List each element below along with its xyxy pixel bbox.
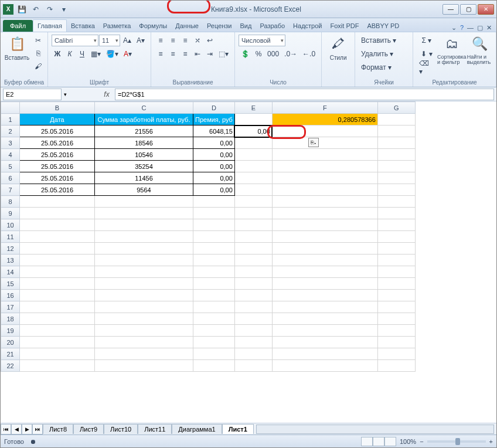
font-color-button[interactable]: A▾	[121, 48, 134, 60]
cell-E12[interactable]	[234, 243, 272, 254]
underline-button[interactable]: Ч	[76, 48, 88, 60]
cell-G17[interactable]	[377, 301, 415, 313]
cell-D13[interactable]	[193, 254, 235, 266]
minimize-ribbon-icon[interactable]: ⌄	[451, 24, 457, 32]
cell-C20[interactable]	[95, 337, 193, 348]
cell-B4[interactable]: 25.05.2016	[20, 149, 95, 161]
cell-B14[interactable]	[20, 266, 95, 278]
col-header-F[interactable]: F	[272, 102, 377, 114]
tab-review[interactable]: Рецензи	[203, 20, 236, 32]
row-header-6[interactable]: 6	[1, 172, 20, 184]
row-header-15[interactable]: 15	[1, 278, 20, 290]
cell-D6[interactable]: 0,00	[193, 172, 235, 184]
row-header-22[interactable]: 22	[1, 360, 20, 372]
cell-D19[interactable]	[193, 325, 235, 337]
cell-G18[interactable]	[377, 313, 415, 325]
cell-G10[interactable]	[377, 219, 415, 231]
fill-button[interactable]: ⬇ ▾	[417, 48, 437, 60]
cell-C14[interactable]	[95, 266, 193, 278]
cell-C4[interactable]: 10546	[95, 149, 193, 161]
cell-E14[interactable]	[234, 266, 272, 278]
tab-insert[interactable]: Вставка	[67, 20, 99, 32]
cell-E9[interactable]	[234, 208, 272, 219]
cell-C13[interactable]	[95, 254, 193, 266]
cell-C2[interactable]: 21556	[95, 125, 193, 137]
fx-icon[interactable]: fx	[101, 90, 113, 99]
cell-C18[interactable]	[95, 313, 193, 325]
row-header-18[interactable]: 18	[1, 313, 20, 325]
cell-F4[interactable]	[272, 149, 377, 161]
cell-D1[interactable]: Премия, руб	[193, 114, 235, 125]
cell-C5[interactable]: 35254	[95, 161, 193, 172]
autofill-options-icon[interactable]: ⎘▾	[308, 138, 319, 147]
row-header-8[interactable]: 8	[1, 196, 20, 208]
cell-B17[interactable]	[20, 301, 95, 313]
cell-G21[interactable]	[377, 348, 415, 360]
cell-G11[interactable]	[377, 231, 415, 243]
cell-C15[interactable]	[95, 278, 193, 290]
col-header-G[interactable]: G	[377, 102, 415, 114]
cell-B18[interactable]	[20, 313, 95, 325]
row-header-10[interactable]: 10	[1, 219, 20, 231]
row-header-14[interactable]: 14	[1, 266, 20, 278]
cell-D21[interactable]	[193, 348, 235, 360]
cell-B19[interactable]	[20, 325, 95, 337]
cell-E15[interactable]	[234, 278, 272, 290]
cell-D7[interactable]: 0,00	[193, 184, 235, 196]
border-button[interactable]: ▦▾	[88, 48, 103, 60]
cell-C8[interactable]	[95, 196, 193, 208]
row-header-2[interactable]: 2	[1, 125, 20, 137]
cell-E18[interactable]	[234, 313, 272, 325]
cell-B16[interactable]	[20, 290, 95, 301]
cell-D11[interactable]	[193, 231, 235, 243]
cell-G3[interactable]	[377, 137, 415, 149]
zoom-slider[interactable]	[427, 440, 486, 443]
cell-G4[interactable]	[377, 149, 415, 161]
row-header-19[interactable]: 19	[1, 325, 20, 337]
decrease-indent-button[interactable]: ⇤	[192, 48, 203, 60]
sheet-tab-Лист9[interactable]: Лист9	[73, 424, 104, 434]
cell-F7[interactable]	[272, 184, 377, 196]
row-header-16[interactable]: 16	[1, 290, 20, 301]
cell-F19[interactable]	[272, 325, 377, 337]
sheet-nav-0[interactable]: ⏮	[1, 424, 11, 435]
cell-F13[interactable]	[272, 254, 377, 266]
tab-addins[interactable]: Надстрой	[289, 20, 326, 32]
cell-B21[interactable]	[20, 348, 95, 360]
macro-record-icon[interactable]: ⏺	[30, 438, 36, 445]
cell-D17[interactable]	[193, 301, 235, 313]
cell-E4[interactable]	[234, 149, 272, 161]
view-pagebreak-button[interactable]	[384, 437, 396, 446]
cell-G1[interactable]	[377, 114, 415, 125]
row-header-3[interactable]: 3	[1, 137, 20, 149]
cell-G19[interactable]	[377, 325, 415, 337]
sheet-nav-3[interactable]: ⏭	[32, 424, 43, 435]
name-box-dropdown-icon[interactable]: ▾	[64, 91, 67, 97]
cell-F8[interactable]	[272, 196, 377, 208]
view-normal-button[interactable]	[361, 437, 373, 446]
paste-button[interactable]: 📋 Вставить	[4, 35, 30, 61]
horizontal-scrollbar[interactable]	[256, 425, 494, 434]
view-layout-button[interactable]	[373, 437, 384, 446]
sheet-tab-Лист1[interactable]: Лист1	[222, 424, 254, 434]
cell-G5[interactable]	[377, 161, 415, 172]
tab-formulas[interactable]: Формулы	[135, 20, 171, 32]
cell-E13[interactable]	[234, 254, 272, 266]
close-button[interactable]: ✕	[478, 4, 494, 15]
cell-B15[interactable]	[20, 278, 95, 290]
delete-cells-button[interactable]: Удалить ▾	[359, 48, 409, 60]
italic-button[interactable]: К	[64, 48, 76, 60]
fill-color-button[interactable]: 🪣▾	[104, 48, 121, 60]
cell-F11[interactable]	[272, 231, 377, 243]
decrease-font-button[interactable]: A▾	[134, 35, 147, 46]
cell-F6[interactable]	[272, 172, 377, 184]
row-header-1[interactable]: 1	[1, 114, 20, 125]
qat-more-icon[interactable]: ▾	[58, 4, 70, 15]
cell-C1[interactable]: Сумма заработной платы, руб.	[95, 114, 193, 125]
cell-F18[interactable]	[272, 313, 377, 325]
cell-F5[interactable]	[272, 161, 377, 172]
cell-E19[interactable]	[234, 325, 272, 337]
cell-F22[interactable]	[272, 360, 377, 372]
zoom-level[interactable]: 100%	[400, 438, 416, 445]
cell-F17[interactable]	[272, 301, 377, 313]
